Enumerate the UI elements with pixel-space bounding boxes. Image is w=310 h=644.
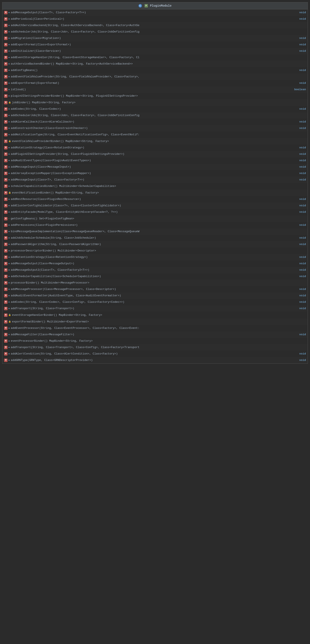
method-row[interactable]: M●isCloud()boolean [2, 86, 308, 93]
method-row[interactable]: M●eventProcessorBinder() MapBinder<Strin… [2, 338, 308, 344]
method-badge: M [4, 172, 8, 175]
method-row[interactable]: M↩getConfigBeans() Set<PluginConfigBean> [2, 215, 308, 222]
method-badge: M [4, 191, 8, 194]
return-type: void [293, 299, 306, 305]
return-type: void [293, 222, 306, 228]
methods-list: M●addMessageOutput(Class<T>, Class<Facto… [2, 10, 308, 364]
method-row[interactable]: M●addPasswordAlgorithm(String, Class<Pas… [2, 241, 308, 248]
method-row[interactable]: M●addPluginUISettingsProvider(String, Cl… [2, 151, 308, 157]
method-row[interactable]: M●addConstraintChecker(Class<ConstraintC… [2, 125, 308, 132]
method-row[interactable]: M●addCodec(String, Class<Codec>)void [2, 106, 308, 112]
method-row[interactable]: M●addPeriodical(Class<Periodical>)void [2, 16, 308, 22]
visibility-icon: ● [8, 132, 11, 138]
return-type: void [293, 286, 306, 292]
visibility-icon: ● [8, 177, 11, 182]
visibility-icon: ● [8, 338, 11, 344]
method-row[interactable]: M●addExportFormat(ExportFormat)void [2, 80, 308, 86]
method-row[interactable]: M●addMigration(Class<Migration>)void [2, 35, 308, 42]
method-row[interactable]: M🔒eventNotificationBinder() MapBinder<St… [2, 190, 308, 196]
method-badge: M [4, 230, 8, 233]
method-badge: M [4, 326, 8, 330]
method-row[interactable]: M●addSchedulerJob(String, Class<Job>, Cl… [2, 112, 308, 119]
plugin-icon: P [144, 4, 148, 8]
method-row[interactable]: M🔒exportFormatBinder() Multibinder<Expor… [2, 318, 308, 325]
visibility-icon: ↩ [8, 216, 11, 222]
return-type: void [293, 267, 306, 273]
method-row[interactable]: M●addSchedulerJob(String, Class<Job>, Cl… [2, 29, 308, 35]
method-row[interactable]: M●addEventProcessor(String, Class<EventP… [2, 325, 308, 332]
method-name: addMessageOutput(Class<MessageOutput>) [11, 261, 291, 266]
method-row[interactable]: M●pluginUISettingsProviderBinder() MapBi… [2, 93, 308, 99]
method-row[interactable]: M●addExportFormat(Class<ExportFormat>)vo… [2, 42, 308, 48]
method-row[interactable]: M●addMessageInput(Class<T>, Class<Factor… [2, 176, 308, 183]
method-row[interactable]: M●addRetentionStrategy(Class<RetentionSt… [2, 254, 308, 260]
method-badge: M [4, 184, 8, 188]
method-row[interactable]: M●authServiceBackendBinder() MapBinder<S… [2, 61, 308, 67]
method-row[interactable]: M●addPermissions(Class<PluginPermissions… [2, 222, 308, 228]
visibility-icon: ● [8, 248, 11, 254]
method-row[interactable]: M●addSchedulerCapabilities(Class<Schedul… [2, 273, 308, 280]
method-badge: M [4, 352, 8, 356]
method-badge: M [4, 43, 8, 46]
method-name: addMigration(Class<Migration>) [11, 36, 291, 41]
method-row[interactable]: M●addAuditEventFormatter(AuditEventType,… [2, 292, 308, 299]
method-badge: M [4, 262, 8, 265]
method-row[interactable]: M🔒eventStorageHandlerBinder() MapBinder<… [2, 312, 308, 318]
return-type: void [293, 164, 306, 170]
method-badge: M [4, 107, 8, 111]
method-row[interactable]: M●addTransport(String, Class<Transport>,… [2, 344, 308, 351]
method-row[interactable]: M●addGRNType(GRNType, Class<GRNDescripto… [2, 357, 308, 364]
method-row[interactable]: M●addEntityFacade(ModelType, Class<Entit… [2, 209, 308, 215]
method-row[interactable]: M●addConfigBeans()void [2, 67, 308, 74]
method-name: schdulerCapabilitiesBinder() Multibinder… [11, 184, 306, 189]
method-row[interactable]: M●addJerseyExceptionMapper(Class<Excepti… [2, 170, 308, 176]
method-row[interactable]: M●addClusterConfigValidator(Class<?>, Cl… [2, 202, 308, 209]
visibility-icon: ● [8, 299, 11, 305]
method-name: pluginUISettingsProviderBinder() MapBind… [11, 93, 306, 99]
method-name: addPasswordAlgorithm(String, Class<Passw… [11, 242, 291, 247]
method-row[interactable]: M●addCodec(String, Class<Codec>, Class<C… [2, 299, 308, 305]
method-name: addRestResource(Class<PluginRestResource… [11, 196, 291, 202]
method-name: addPeriodical(Class<Periodical>) [11, 16, 291, 22]
return-type: void [293, 351, 306, 357]
method-badge: M [4, 307, 8, 310]
method-row[interactable]: M🔒jobBinder() MapBinder<String, Factory> [2, 99, 308, 106]
method-name: addAlarmCallback(Class<AlarmCallback>) [11, 119, 291, 125]
method-row[interactable]: M●addInitializer(Class<Service>)void [2, 48, 308, 54]
visibility-icon: ● [8, 286, 11, 292]
window-title: PluginModule [150, 4, 172, 8]
method-badge: M [4, 268, 8, 272]
visibility-icon: ● [8, 16, 11, 22]
method-name: eventProcessorBinder() MapBinder<String,… [11, 338, 306, 344]
method-row[interactable]: M●addRestResource(Class<PluginRestResour… [2, 196, 308, 202]
method-row[interactable]: M●processorDescriptorBinder() Multibinde… [2, 248, 308, 254]
method-row[interactable]: M●addMessageOutput2(Class<T>, Class<Fact… [2, 267, 308, 273]
method-name: getConfigBeans() Set<PluginConfigBean> [11, 216, 306, 222]
method-name: processorBinder() Multibinder<MessagePro… [11, 280, 306, 286]
method-row[interactable]: M●addMessageOutput(Class<MessageOutput>)… [2, 260, 308, 267]
method-row[interactable]: M●addJobSchedulerSchedule(String, Class<… [2, 235, 308, 241]
method-row[interactable]: M●addAlertCondition(String, Class<AlertC… [2, 351, 308, 357]
method-row[interactable]: M🔒eventFieldValueProviderBinder() MapBin… [2, 138, 308, 144]
return-type: void [293, 358, 306, 363]
method-name: addNotificationType(String, Class<EventN… [11, 132, 306, 138]
method-row[interactable]: M●addRotationStrategy(Class<RotationStra… [2, 144, 308, 151]
method-row[interactable]: M●addAuditEventTypes(Class<PluginAuditEv… [2, 157, 308, 164]
method-row[interactable]: M●addMessageOutput(Class<T>, Class<Facto… [2, 10, 308, 16]
method-row[interactable]: M●schdulerCapabilitiesBinder() Multibind… [2, 183, 308, 190]
visibility-icon: ● [8, 61, 11, 67]
method-row[interactable]: M●addNotificationType(String, Class<Even… [2, 132, 308, 138]
method-row[interactable]: M●addAlarmCallback(Class<AlarmCallback>)… [2, 119, 308, 125]
method-row[interactable]: M●bindMessageQueueImplementation(Class<M… [2, 228, 308, 235]
method-row[interactable]: M●addMessageFilter(Class<MessageFilter>)… [2, 332, 308, 338]
method-row[interactable]: M●processorBinder() Multibinder<MessageP… [2, 280, 308, 286]
method-row[interactable]: M●addMessageProcessor(Class<MessageProce… [2, 286, 308, 292]
method-row[interactable]: M●addEventFieldValueProvider(String, Cla… [2, 74, 308, 80]
method-row[interactable]: M●addEventStorageHandler(String, Class<E… [2, 54, 308, 61]
method-row[interactable]: M●addAuthServiceBackend(String, Class<Au… [2, 22, 308, 29]
visibility-icon: ● [8, 254, 11, 260]
return-type: boolean [293, 87, 306, 92]
method-row[interactable]: M●addMessageInput(Class<MessageInput>)vo… [2, 164, 308, 170]
return-type: void [293, 68, 306, 73]
method-row[interactable]: M●addTransport(String, Class<Transport>)… [2, 305, 308, 312]
